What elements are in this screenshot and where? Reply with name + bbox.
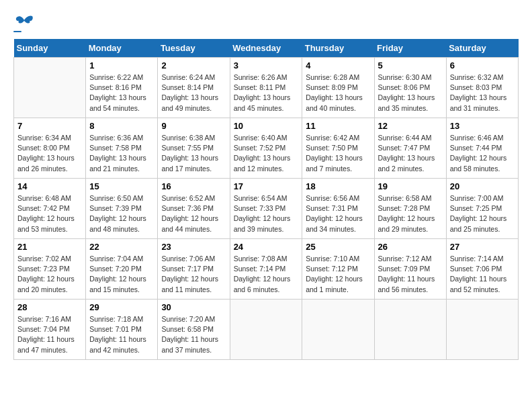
- day-number: 7: [17, 121, 82, 131]
- day-info: Sunrise: 6:54 AM Sunset: 7:33 PM Dayligh…: [234, 193, 299, 234]
- day-number: 8: [89, 121, 154, 131]
- day-number: 30: [161, 302, 226, 312]
- calendar-cell: 4Sunrise: 6:28 AM Sunset: 8:09 PM Daylig…: [302, 58, 374, 118]
- day-info: Sunrise: 6:46 AM Sunset: 7:44 PM Dayligh…: [450, 133, 515, 174]
- calendar-cell: 21Sunrise: 7:02 AM Sunset: 7:23 PM Dayli…: [14, 239, 86, 300]
- day-number: 3: [234, 60, 299, 71]
- calendar-cell: 3Sunrise: 6:26 AM Sunset: 8:11 PM Daylig…: [230, 58, 302, 118]
- calendar-cell: 14Sunrise: 6:48 AM Sunset: 7:42 PM Dayli…: [14, 179, 86, 239]
- day-number: 15: [89, 181, 154, 191]
- weekday-thursday: Thursday: [302, 39, 374, 58]
- weekday-wednesday: Wednesday: [230, 39, 302, 58]
- calendar-cell: 30Sunrise: 7:20 AM Sunset: 6:58 PM Dayli…: [158, 300, 230, 360]
- day-number: 16: [161, 181, 226, 191]
- day-number: 9: [161, 121, 226, 131]
- calendar-cell: 29Sunrise: 7:18 AM Sunset: 7:01 PM Dayli…: [86, 300, 158, 360]
- weekday-tuesday: Tuesday: [158, 39, 230, 58]
- weekday-monday: Monday: [86, 39, 158, 58]
- calendar-cell: 22Sunrise: 7:04 AM Sunset: 7:20 PM Dayli…: [86, 239, 158, 300]
- day-number: 5: [378, 60, 443, 71]
- day-info: Sunrise: 6:28 AM Sunset: 8:09 PM Dayligh…: [306, 73, 370, 113]
- day-info: Sunrise: 6:40 AM Sunset: 7:52 PM Dayligh…: [234, 133, 299, 174]
- calendar-cell: [374, 300, 446, 360]
- day-number: 19: [378, 181, 443, 191]
- day-number: 18: [306, 181, 370, 191]
- calendar-cell: 5Sunrise: 6:30 AM Sunset: 8:06 PM Daylig…: [374, 58, 446, 118]
- day-number: 28: [17, 302, 82, 312]
- calendar-cell: 20Sunrise: 7:00 AM Sunset: 7:25 PM Dayli…: [446, 179, 518, 239]
- calendar-cell: 7Sunrise: 6:34 AM Sunset: 8:00 PM Daylig…: [14, 118, 86, 179]
- week-row-2: 7Sunrise: 6:34 AM Sunset: 8:00 PM Daylig…: [14, 118, 519, 179]
- weekday-sunday: Sunday: [14, 39, 86, 58]
- logo: [13, 13, 36, 32]
- day-info: Sunrise: 7:16 AM Sunset: 7:04 PM Dayligh…: [17, 314, 82, 355]
- day-info: Sunrise: 7:02 AM Sunset: 7:23 PM Dayligh…: [17, 254, 82, 295]
- day-info: Sunrise: 7:18 AM Sunset: 7:01 PM Dayligh…: [89, 314, 154, 355]
- calendar-cell: 8Sunrise: 6:36 AM Sunset: 7:58 PM Daylig…: [86, 118, 158, 179]
- calendar-cell: 12Sunrise: 6:44 AM Sunset: 7:47 PM Dayli…: [374, 118, 446, 179]
- day-info: Sunrise: 7:10 AM Sunset: 7:12 PM Dayligh…: [306, 254, 370, 295]
- day-info: Sunrise: 6:50 AM Sunset: 7:39 PM Dayligh…: [89, 193, 154, 234]
- day-number: 25: [306, 242, 370, 252]
- page-header: [13, 13, 519, 32]
- day-info: Sunrise: 7:04 AM Sunset: 7:20 PM Dayligh…: [89, 254, 154, 295]
- week-row-5: 28Sunrise: 7:16 AM Sunset: 7:04 PM Dayli…: [14, 300, 519, 360]
- calendar-cell: 16Sunrise: 6:52 AM Sunset: 7:36 PM Dayli…: [158, 179, 230, 239]
- day-info: Sunrise: 6:48 AM Sunset: 7:42 PM Dayligh…: [17, 193, 82, 234]
- bird-icon: [13, 13, 35, 30]
- week-row-3: 14Sunrise: 6:48 AM Sunset: 7:42 PM Dayli…: [14, 179, 519, 239]
- day-number: 17: [234, 181, 299, 191]
- day-number: 6: [450, 60, 515, 71]
- weekday-header-row: SundayMondayTuesdayWednesdayThursdayFrid…: [14, 39, 519, 58]
- calendar-body: 1Sunrise: 6:22 AM Sunset: 8:16 PM Daylig…: [14, 58, 519, 360]
- day-info: Sunrise: 7:20 AM Sunset: 6:58 PM Dayligh…: [161, 314, 226, 355]
- day-info: Sunrise: 6:36 AM Sunset: 7:58 PM Dayligh…: [89, 133, 154, 174]
- calendar-cell: [14, 58, 86, 118]
- calendar-cell: 25Sunrise: 7:10 AM Sunset: 7:12 PM Dayli…: [302, 239, 374, 300]
- day-info: Sunrise: 6:42 AM Sunset: 7:50 PM Dayligh…: [306, 133, 370, 174]
- week-row-1: 1Sunrise: 6:22 AM Sunset: 8:16 PM Daylig…: [14, 58, 519, 118]
- calendar-cell: 17Sunrise: 6:54 AM Sunset: 7:33 PM Dayli…: [230, 179, 302, 239]
- calendar-cell: 13Sunrise: 6:46 AM Sunset: 7:44 PM Dayli…: [446, 118, 518, 179]
- day-info: Sunrise: 7:14 AM Sunset: 7:06 PM Dayligh…: [450, 254, 515, 295]
- day-number: 21: [17, 242, 82, 252]
- calendar-cell: 11Sunrise: 6:42 AM Sunset: 7:50 PM Dayli…: [302, 118, 374, 179]
- day-number: 14: [17, 181, 82, 191]
- day-info: Sunrise: 6:58 AM Sunset: 7:28 PM Dayligh…: [378, 193, 443, 234]
- day-info: Sunrise: 6:44 AM Sunset: 7:47 PM Dayligh…: [378, 133, 443, 174]
- day-number: 11: [306, 121, 370, 131]
- calendar-cell: 6Sunrise: 6:32 AM Sunset: 8:03 PM Daylig…: [446, 58, 518, 118]
- day-number: 24: [234, 242, 299, 252]
- day-info: Sunrise: 6:22 AM Sunset: 8:16 PM Dayligh…: [89, 73, 154, 113]
- day-number: 22: [89, 242, 154, 252]
- day-info: Sunrise: 7:00 AM Sunset: 7:25 PM Dayligh…: [450, 193, 515, 234]
- calendar-cell: 15Sunrise: 6:50 AM Sunset: 7:39 PM Dayli…: [86, 179, 158, 239]
- calendar-cell: 23Sunrise: 7:06 AM Sunset: 7:17 PM Dayli…: [158, 239, 230, 300]
- calendar-cell: 19Sunrise: 6:58 AM Sunset: 7:28 PM Dayli…: [374, 179, 446, 239]
- calendar-cell: 24Sunrise: 7:08 AM Sunset: 7:14 PM Dayli…: [230, 239, 302, 300]
- day-number: 13: [450, 121, 515, 131]
- calendar-cell: [230, 300, 302, 360]
- calendar-cell: 26Sunrise: 7:12 AM Sunset: 7:09 PM Dayli…: [374, 239, 446, 300]
- day-info: Sunrise: 6:56 AM Sunset: 7:31 PM Dayligh…: [306, 193, 370, 234]
- day-info: Sunrise: 6:52 AM Sunset: 7:36 PM Dayligh…: [161, 193, 226, 234]
- calendar-cell: 18Sunrise: 6:56 AM Sunset: 7:31 PM Dayli…: [302, 179, 374, 239]
- day-number: 4: [306, 60, 370, 71]
- day-number: 1: [89, 60, 154, 71]
- day-number: 29: [89, 302, 154, 312]
- calendar-cell: 1Sunrise: 6:22 AM Sunset: 8:16 PM Daylig…: [86, 58, 158, 118]
- day-info: Sunrise: 7:08 AM Sunset: 7:14 PM Dayligh…: [234, 254, 299, 295]
- calendar-cell: 28Sunrise: 7:16 AM Sunset: 7:04 PM Dayli…: [14, 300, 86, 360]
- day-info: Sunrise: 6:38 AM Sunset: 7:55 PM Dayligh…: [161, 133, 226, 174]
- calendar-cell: 27Sunrise: 7:14 AM Sunset: 7:06 PM Dayli…: [446, 239, 518, 300]
- day-info: Sunrise: 6:24 AM Sunset: 8:14 PM Dayligh…: [161, 73, 226, 113]
- day-info: Sunrise: 6:26 AM Sunset: 8:11 PM Dayligh…: [234, 73, 299, 113]
- calendar-cell: 9Sunrise: 6:38 AM Sunset: 7:55 PM Daylig…: [158, 118, 230, 179]
- day-info: Sunrise: 7:06 AM Sunset: 7:17 PM Dayligh…: [161, 254, 226, 295]
- day-number: 27: [450, 242, 515, 252]
- day-number: 10: [234, 121, 299, 131]
- weekday-saturday: Saturday: [446, 39, 518, 58]
- calendar-cell: [446, 300, 518, 360]
- day-info: Sunrise: 6:32 AM Sunset: 8:03 PM Dayligh…: [450, 73, 515, 113]
- calendar-cell: [302, 300, 374, 360]
